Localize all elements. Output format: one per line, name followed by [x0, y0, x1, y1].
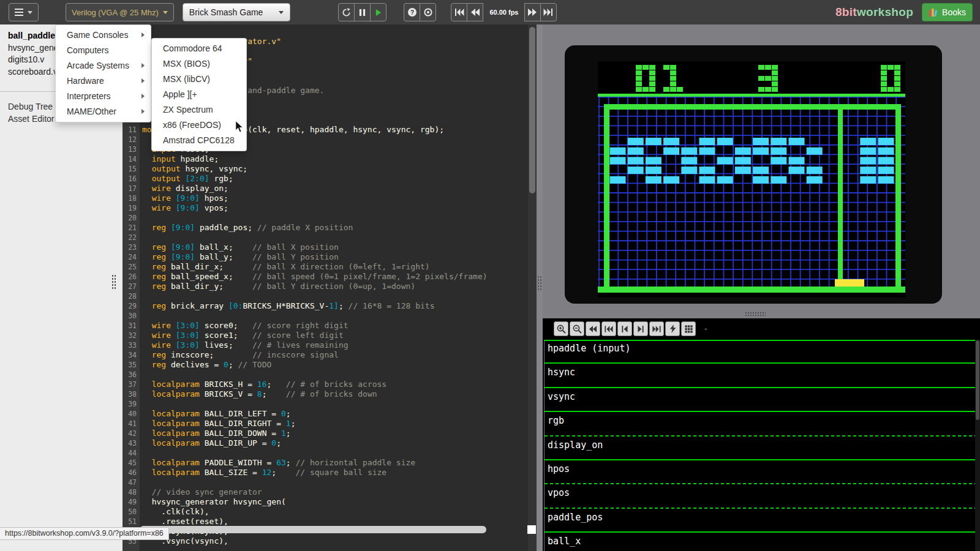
- code-line[interactable]: reg ball_dir_x; // ball X direction (0=l…: [140, 262, 528, 272]
- signal-row[interactable]: vpos: [545, 485, 975, 509]
- editor-right-splitter[interactable]: [537, 24, 543, 551]
- editor-horizontal-scrollbar[interactable]: [140, 525, 526, 534]
- platform-select-button[interactable]: Verilog (VGA @ 25 Mhz): [66, 3, 174, 21]
- splitter-handle[interactable]: [537, 276, 542, 291]
- code-line[interactable]: localparam PADDLE_WIDTH = 63; // horizon…: [140, 458, 528, 468]
- splitter-handle[interactable]: [745, 312, 766, 317]
- scope-toolbar: -: [543, 318, 980, 336]
- rewind-button[interactable]: [467, 3, 483, 21]
- platform-menu-item[interactable]: Interpreters: [56, 89, 151, 104]
- computers-menu-item[interactable]: MSX (BIOS): [152, 56, 246, 72]
- code-line[interactable]: reg ball_dir_y; // ball Y direction (0=u…: [140, 282, 528, 291]
- code-line[interactable]: localparam BRICKS_V = 8; // # of bricks …: [140, 389, 528, 399]
- code-line[interactable]: [140, 478, 528, 487]
- scope-skip-start-button[interactable]: [601, 321, 616, 336]
- code-line[interactable]: [140, 27, 528, 37]
- signal-row[interactable]: vsync: [545, 389, 975, 413]
- code-line[interactable]: reg brick_array [0:BRICKS_H*BRICKS_V-1];…: [140, 301, 528, 311]
- code-line[interactable]: localparam BALL_DIR_LEFT = 0;: [140, 409, 528, 419]
- code-line[interactable]: reg incscore; // incscore signal: [140, 350, 528, 360]
- fast-run-button[interactable]: [665, 321, 680, 336]
- scrollbar-thumb[interactable]: [140, 526, 486, 533]
- code-line[interactable]: [140, 213, 528, 223]
- reset-button[interactable]: [338, 3, 355, 21]
- code-line[interactable]: [140, 291, 528, 301]
- scope-scrollbar[interactable]: [975, 340, 980, 551]
- zoom-out-button[interactable]: [570, 321, 584, 336]
- sidebar-splitter-handle[interactable]: [111, 274, 117, 290]
- books-button[interactable]: Books: [922, 3, 973, 21]
- computers-menu-item[interactable]: Commodore 64: [152, 41, 246, 56]
- scope-rewind-button[interactable]: [586, 321, 600, 336]
- preset-select[interactable]: Brick Smash Game: [183, 3, 291, 21]
- scope-step-forward-button[interactable]: [633, 321, 648, 336]
- main-menu-button[interactable]: [9, 3, 39, 21]
- signal-row[interactable]: hpos: [545, 462, 975, 485]
- code-line[interactable]: hvsync_generator hvsync_gen(: [140, 497, 528, 507]
- scope-skip-end-button[interactable]: [649, 321, 664, 336]
- computers-menu-item[interactable]: ZX Spectrum: [152, 102, 246, 118]
- line-number: 16: [123, 174, 140, 184]
- code-line[interactable]: // video sync generator: [140, 487, 528, 497]
- pause-button[interactable]: [354, 3, 371, 21]
- computers-menu-item[interactable]: Apple ][+: [152, 87, 246, 102]
- signal-row[interactable]: paddle_pos: [545, 510, 975, 534]
- signal-row[interactable]: hsync: [545, 365, 975, 389]
- code-line[interactable]: wire [9:0] vpos;: [140, 203, 528, 213]
- code-line[interactable]: [140, 448, 528, 458]
- signal-row[interactable]: ball_x: [545, 534, 975, 551]
- scrollbar-thumb[interactable]: [976, 340, 979, 420]
- code-line[interactable]: [140, 233, 528, 242]
- signal-row[interactable]: rgb: [545, 413, 975, 437]
- zoom-in-button[interactable]: [554, 321, 568, 336]
- code-line[interactable]: wire [9:0] hpos;: [140, 193, 528, 203]
- scrollbar-thumb[interactable]: [529, 27, 535, 193]
- logo-8bit: 8bit: [835, 6, 857, 18]
- record-button[interactable]: [420, 3, 436, 21]
- menu-item-label: Interpreters: [67, 91, 111, 101]
- code-line[interactable]: localparam BALL_DIR_DOWN = 1;: [140, 429, 528, 438]
- run-button[interactable]: [370, 3, 386, 21]
- code-line[interactable]: [140, 311, 528, 321]
- fast-forward-button[interactable]: [524, 3, 541, 21]
- code-line[interactable]: localparam BRICKS_H = 16; // # of bricks…: [140, 380, 528, 389]
- code-line[interactable]: wire [3:0] lives; // # lives remaining: [140, 340, 528, 350]
- computers-menu-item[interactable]: MSX (libCV): [152, 72, 246, 87]
- code-line[interactable]: localparam BALL_DIR_UP = 0;: [140, 438, 528, 448]
- code-line[interactable]: output [2:0] rgb;: [140, 174, 528, 184]
- signal-row[interactable]: display_on: [545, 438, 975, 462]
- code-line[interactable]: localparam BALL_DIR_RIGHT = 1;: [140, 419, 528, 429]
- emulator-screen[interactable]: [565, 45, 942, 304]
- code-line[interactable]: wire display_on;: [140, 184, 528, 193]
- code-line[interactable]: reg [9:0] ball_y; // ball Y position: [140, 252, 528, 262]
- code-line[interactable]: reg declives = 0; // TODO: [140, 360, 528, 370]
- skip-start-button[interactable]: [451, 3, 467, 21]
- code-line[interactable]: input hpaddle;: [140, 154, 528, 164]
- code-line[interactable]: [140, 370, 528, 380]
- code-line[interactable]: reg [9:0] ball_x; // ball X position: [140, 242, 528, 252]
- computers-menu-item[interactable]: x86 (FreeDOS): [152, 118, 246, 133]
- editor-vertical-scrollbar[interactable]: [528, 24, 537, 551]
- platform-menu-item[interactable]: Hardware: [56, 73, 151, 89]
- help-button[interactable]: ?: [404, 3, 420, 21]
- emulator-scope-splitter[interactable]: [543, 309, 980, 318]
- code-line[interactable]: wire [3:0] score0; // score right digit: [140, 321, 528, 331]
- platform-menu-item[interactable]: MAME/Other: [56, 104, 151, 119]
- code-line[interactable]: output hsync, vsync;: [140, 164, 528, 174]
- scope-step-back-button[interactable]: [617, 321, 632, 336]
- code-line[interactable]: [140, 399, 528, 409]
- code-line[interactable]: reg ball_speed_x; // ball speed (0=1 pix…: [140, 272, 528, 282]
- signal-waveform: [545, 362, 975, 364]
- code-line[interactable]: .vsync(vsync),: [140, 536, 528, 546]
- code-line[interactable]: localparam BALL_SIZE = 12; // square bal…: [140, 468, 528, 478]
- code-line[interactable]: wire [3:0] score1; // score left digit: [140, 331, 528, 340]
- code-line[interactable]: reg [9:0] paddle_pos; // paddle X positi…: [140, 223, 528, 233]
- platform-menu-item[interactable]: Arcade Systems: [56, 58, 151, 73]
- memory-view-button[interactable]: [681, 321, 696, 336]
- signal-row[interactable]: hpaddle (input): [545, 341, 975, 365]
- skip-end-button[interactable]: [540, 3, 557, 21]
- code-line[interactable]: .clk(clk),: [140, 507, 528, 517]
- platform-menu-item[interactable]: Game Consoles: [56, 28, 151, 43]
- computers-menu-item[interactable]: Amstrad CPC6128: [152, 133, 246, 148]
- platform-menu-item[interactable]: Computers: [56, 43, 151, 58]
